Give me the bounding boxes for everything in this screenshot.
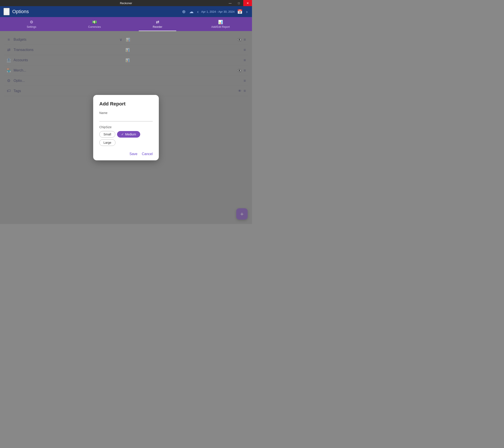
currencies-icon: 💵 xyxy=(92,20,97,24)
tab-settings-label: Settings xyxy=(27,25,36,28)
cancel-button[interactable]: Cancel xyxy=(142,152,153,156)
reorder-icon: ⇄ xyxy=(156,20,159,24)
tab-add-edit-report-label: Add/Edit Report xyxy=(211,25,230,28)
window-controls: — □ ✕ xyxy=(226,0,252,6)
minimize-button[interactable]: — xyxy=(226,0,234,6)
app-title: Reckoner xyxy=(120,1,132,5)
cloud-button[interactable]: ☁ xyxy=(188,8,195,15)
name-field-label: Name xyxy=(99,111,153,115)
tab-add-edit-report[interactable]: 📊 Add/Edit Report xyxy=(189,17,252,31)
maximize-button[interactable]: □ xyxy=(234,0,243,6)
checkmark-icon: ✓ xyxy=(121,133,124,136)
chip-size-label: ChipSize xyxy=(99,125,153,129)
add-report-dialog: Add Report Name ChipSize Small ✓ Medium … xyxy=(93,95,159,160)
dialog-title: Add Report xyxy=(99,101,153,107)
next-date-button[interactable]: › xyxy=(245,8,249,15)
save-button[interactable]: Save xyxy=(129,152,137,156)
add-button[interactable]: ⊕ xyxy=(181,8,187,15)
size-options: Small ✓ Medium Large xyxy=(99,131,153,146)
hamburger-menu-button[interactable]: ☰ xyxy=(3,8,10,15)
header: ☰ Options ⊕ ☁ ‹ Apr 1, 2024 - Apr 30, 20… xyxy=(0,6,252,17)
tab-reorder[interactable]: ⇄ Reorder xyxy=(126,17,189,31)
modal-overlay: Add Report Name ChipSize Small ✓ Medium … xyxy=(0,31,252,224)
size-medium-button[interactable]: ✓ Medium xyxy=(117,131,140,138)
tab-currencies-label: Currencies xyxy=(88,25,101,28)
tab-currencies[interactable]: 💵 Currencies xyxy=(63,17,126,31)
size-small-button[interactable]: Small xyxy=(99,131,115,138)
tab-settings[interactable]: ⚙ Settings xyxy=(0,17,63,31)
size-large-button[interactable]: Large xyxy=(99,139,115,146)
page-title: Options xyxy=(12,9,179,15)
settings-icon: ⚙ xyxy=(30,20,33,24)
add-edit-report-icon: 📊 xyxy=(218,20,223,24)
calendar-button[interactable]: 📅 xyxy=(236,8,243,15)
tab-bar: ⚙ Settings 💵 Currencies ⇄ Reorder 📊 Add/… xyxy=(0,17,252,31)
main-content: ≡ Budgets ∨ 📊 👁‍🗨 ≡ ⇄ Transactions 📊 ≡ 🏦… xyxy=(0,31,252,224)
name-input[interactable] xyxy=(99,115,153,121)
title-bar: Reckoner — □ ✕ xyxy=(0,0,252,6)
tab-reorder-label: Reorder xyxy=(153,25,162,28)
dialog-actions: Save Cancel xyxy=(99,151,153,156)
header-actions: ⊕ ☁ ‹ Apr 1, 2024 - Apr 30, 2024 📅 › xyxy=(181,8,249,15)
close-button[interactable]: ✕ xyxy=(243,0,252,6)
date-range: Apr 1, 2024 - Apr 30, 2024 xyxy=(201,10,235,13)
prev-date-button[interactable]: ‹ xyxy=(196,8,199,15)
